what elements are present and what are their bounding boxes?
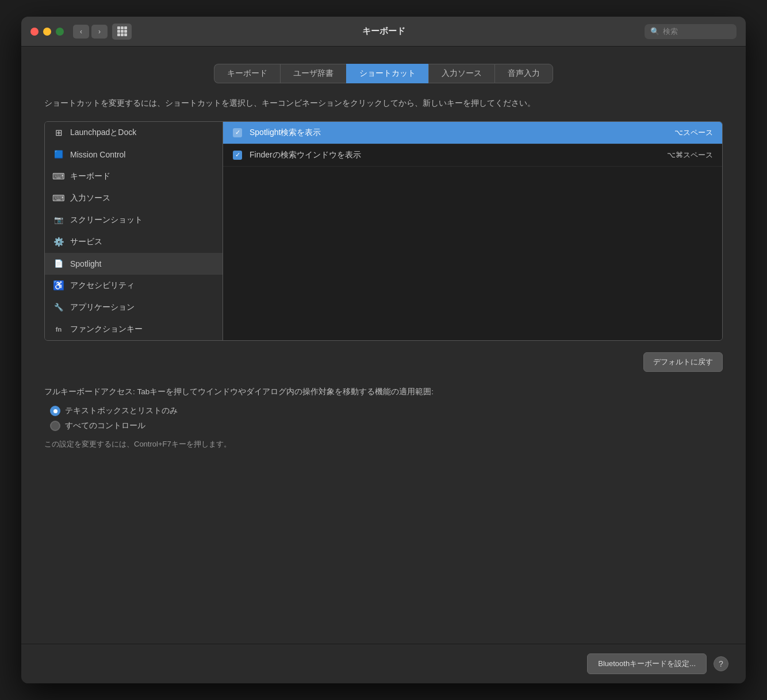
sidebar-item-mission-control[interactable]: 🟦 Mission Control xyxy=(45,144,223,166)
sidebar-label-accessibility: アクセシビリティ xyxy=(70,280,135,291)
radio-all-controls-label: すべてのコントロール xyxy=(65,421,145,431)
check-finder-search[interactable]: ✓ xyxy=(232,150,243,160)
tab-user-dict[interactable]: ユーザ辞書 xyxy=(280,64,346,83)
keyboard-icon: ⌨ xyxy=(53,171,64,182)
launchpad-dock-icon: ⊞ xyxy=(53,127,64,139)
sidebar-item-services[interactable]: ⚙️ サービス xyxy=(45,231,223,253)
sidebar-item-launchpad-dock[interactable]: ⊞ LaunchpadとDock xyxy=(45,122,223,144)
check-icon-spotlight: ✓ xyxy=(233,128,242,137)
input-source-icon: ⌨ xyxy=(53,193,64,204)
keyboard-access-description: フルキーボードアクセス: Tabキーを押してウインドウやダイアログ内の操作対象を… xyxy=(44,386,723,398)
sidebar-label-applications: アプリケーション xyxy=(70,302,135,313)
right-panel: ✓ Spotlight検索を表示 ⌥スペース ✓ Finderの検索ウインドウを… xyxy=(223,122,722,340)
spotlight-icon: 📄 xyxy=(53,258,64,270)
mission-control-icon: 🟦 xyxy=(53,149,64,160)
shortcut-label-spotlight-search: Spotlight検索を表示 xyxy=(250,128,668,138)
tab-keyboard[interactable]: キーボード xyxy=(214,64,280,83)
minimize-button[interactable] xyxy=(43,28,51,36)
sidebar-label-function-keys: ファンクションキー xyxy=(70,324,143,334)
sidebar-list: ⊞ LaunchpadとDock 🟦 Mission Control ⌨ キーボ… xyxy=(45,122,223,340)
shortcut-row-finder-search[interactable]: ✓ Finderの検索ウインドウを表示 ⌥⌘スペース xyxy=(223,144,722,167)
sidebar-label-spotlight: Spotlight xyxy=(70,259,101,268)
close-button[interactable] xyxy=(30,28,39,36)
search-placeholder: 検索 xyxy=(663,26,678,37)
window-title: キーボード xyxy=(362,26,405,37)
grid-button[interactable] xyxy=(112,24,132,40)
sidebar-label-launchpad-dock: LaunchpadとDock xyxy=(70,128,136,138)
grid-icon xyxy=(117,26,127,36)
sidebar-label-keyboard: キーボード xyxy=(70,171,110,182)
services-icon: ⚙️ xyxy=(53,236,64,248)
radio-text-list-button[interactable] xyxy=(50,406,60,416)
forward-button[interactable]: › xyxy=(91,25,108,39)
radio-text-list-label: テキストボックスとリストのみ xyxy=(65,406,178,416)
applications-icon: 🔧 xyxy=(53,302,64,313)
sidebar-item-function-keys[interactable]: fn ファンクションキー xyxy=(45,318,223,340)
tab-shortcuts[interactable]: ショートカット xyxy=(346,64,428,83)
tab-input-source[interactable]: 入力ソース xyxy=(428,64,494,83)
sidebar-label-screenshot: スクリーンショット xyxy=(70,215,143,225)
traffic-lights xyxy=(30,28,64,36)
shortcut-key-finder-search: ⌥⌘スペース xyxy=(667,150,713,160)
screenshot-icon: 📷 xyxy=(53,214,64,226)
forward-icon: › xyxy=(98,28,101,36)
check-icon-finder: ✓ xyxy=(233,151,242,160)
tabs-bar: キーボード ユーザ辞書 ショートカット 入力ソース 音声入力 xyxy=(44,64,723,83)
sidebar-item-screenshot[interactable]: 📷 スクリーンショット xyxy=(45,209,223,231)
check-spotlight-search[interactable]: ✓ xyxy=(232,128,243,138)
sidebar-label-input-source: 入力ソース xyxy=(70,193,110,203)
main-window: ‹ › キーボード 🔍 検索 キーボード ユーザ辞書 ショートカット 入力ソース xyxy=(21,17,746,683)
sidebar-label-services: サービス xyxy=(70,237,102,247)
accessibility-icon: ♿ xyxy=(53,280,64,291)
description-text: ショートカットを変更するには、ショートカットを選択し、キーコンビネーションをクリ… xyxy=(44,97,723,110)
function-keys-icon: fn xyxy=(53,324,64,335)
maximize-button[interactable] xyxy=(56,28,64,36)
bottom-actions: デフォルトに戻す xyxy=(44,352,723,372)
sidebar-item-keyboard[interactable]: ⌨ キーボード xyxy=(45,166,223,187)
bluetooth-keyboard-button[interactable]: Bluetoothキーボードを設定... xyxy=(587,653,707,674)
main-panel: ⊞ LaunchpadとDock 🟦 Mission Control ⌨ キーボ… xyxy=(44,121,723,341)
reset-default-button[interactable]: デフォルトに戻す xyxy=(643,352,723,372)
sidebar-item-applications[interactable]: 🔧 アプリケーション xyxy=(45,297,223,318)
titlebar: ‹ › キーボード 🔍 検索 xyxy=(21,17,746,47)
sidebar-item-accessibility[interactable]: ♿ アクセシビリティ xyxy=(45,275,223,297)
shortcut-key-spotlight-search: ⌥スペース xyxy=(674,128,713,138)
sidebar-item-input-source[interactable]: ⌨ 入力ソース xyxy=(45,187,223,209)
back-icon: ‹ xyxy=(80,28,82,36)
radio-all-controls-button[interactable] xyxy=(50,421,60,431)
titlebar-search[interactable]: 🔍 検索 xyxy=(645,24,737,39)
shortcut-row-spotlight-search[interactable]: ✓ Spotlight検索を表示 ⌥スペース xyxy=(223,122,722,144)
search-icon: 🔍 xyxy=(650,27,659,36)
back-button[interactable]: ‹ xyxy=(73,25,89,39)
help-button[interactable]: ? xyxy=(714,656,728,671)
sidebar-item-spotlight[interactable]: 📄 Spotlight xyxy=(45,253,223,275)
shortcut-label-finder-search: Finderの検索ウインドウを表示 xyxy=(250,150,660,160)
sidebar-label-mission-control: Mission Control xyxy=(70,150,125,159)
radio-text-list[interactable]: テキストボックスとリストのみ xyxy=(50,406,723,416)
footer-bar: Bluetoothキーボードを設定... ? xyxy=(21,644,746,683)
tab-voice-input[interactable]: 音声入力 xyxy=(494,64,553,83)
radio-group: テキストボックスとリストのみ すべてのコントロール xyxy=(44,406,723,431)
nav-buttons: ‹ › xyxy=(73,25,108,39)
radio-all-controls[interactable]: すべてのコントロール xyxy=(50,421,723,431)
hint-text: この設定を変更するには、Control+F7キーを押します。 xyxy=(44,439,723,449)
content-area: キーボード ユーザ辞書 ショートカット 入力ソース 音声入力 ショートカットを変… xyxy=(21,47,746,644)
